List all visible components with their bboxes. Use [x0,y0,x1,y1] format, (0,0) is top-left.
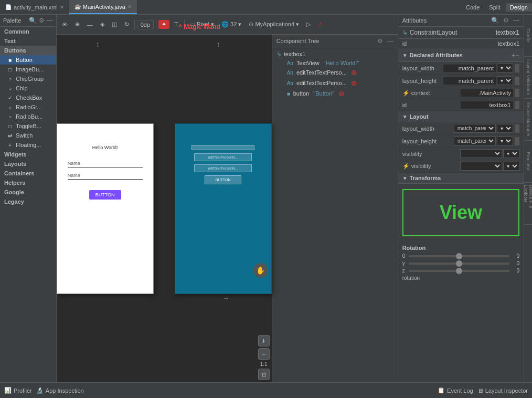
zoom-out-button[interactable]: − [258,348,270,360]
orient-button[interactable]: ↻ [121,20,132,29]
vtab-device-manager[interactable]: Device Manager [524,99,532,141]
palette-item-imagebtn[interactable]: □ ImageBu... [0,65,56,74]
palette-item-togglebtn[interactable]: □ ToggleB... [0,121,56,131]
layout-visibility2-select[interactable] [460,162,502,171]
category-containers[interactable]: Containers [0,169,56,178]
category-common[interactable]: Common [0,27,56,36]
eye-button[interactable]: 👁 [59,20,71,29]
declared-layout-width-input[interactable] [443,65,496,72]
baseline-button[interactable]: ⊤ [171,20,182,29]
magic-wand-button[interactable]: ✦ [158,20,169,29]
category-layouts[interactable]: Layouts [0,159,56,169]
palette-item-radiobtn[interactable]: ○ RadioBu... [0,112,56,121]
app-inspection-button[interactable]: 🔬 App Inspection [36,387,84,394]
warn-button[interactable]: ⚠ [315,20,326,29]
dp-input[interactable]: 0dp [137,20,154,29]
declared-minus-btn[interactable]: − [516,51,519,59]
layout-height-dropdown[interactable]: ▾ [497,137,513,145]
palette-item-button[interactable]: ■ Button [0,55,56,65]
phone-button[interactable]: BUTTON [89,190,121,200]
tree-item-button[interactable]: ■ button "Button" ⊗ [272,88,398,99]
palette-item-switch[interactable]: ⇄ Switch [0,131,56,140]
layout-visibility2-dropdown[interactable]: ▾ [503,162,519,171]
tree-item-edittext2[interactable]: Ab editTextTextPerso... ⊗ [272,78,398,88]
profiler-button[interactable]: 📊 Profiler [4,387,32,394]
tab-activity-main[interactable]: 📄 activity_main.xml ✕ [0,0,69,14]
code-tab[interactable]: Code [462,3,484,12]
palette-item-chipgroup[interactable]: ○ ChipGroup [0,74,56,83]
zoom-in-button[interactable]: + [258,335,270,347]
layout-height-select[interactable]: match_parent [454,137,496,145]
palette-minimize-icon[interactable]: — [47,17,53,24]
blueprint-toggle[interactable]: ◫ [109,20,120,29]
rotation-y-slider[interactable] [409,263,509,265]
tab-main-activity[interactable]: ☕ MainActivity.java ✕ [69,0,137,14]
rotation-x-slider[interactable] [409,255,509,257]
palette-item-fab-label: Floating... [16,142,41,148]
layout-visibility2-row: ⚡ visibility ▾ [398,160,524,173]
palette-item-checkbox[interactable]: ✓ CheckBox [0,93,56,102]
category-buttons[interactable]: Buttons [0,46,56,55]
rotation-z-slider[interactable] [409,270,509,272]
layout-visibility-row: visibility ▾ [398,148,524,160]
tab-close-xml[interactable]: ✕ [60,4,64,10]
app-selector[interactable]: ⊙ MyApplication4 ▾ [246,20,302,29]
attr-minimize-icon[interactable]: — [513,17,519,24]
vtab-layout-validation[interactable]: Layout Validation [524,57,532,99]
declared-attributes-section[interactable]: ▼ Declared Attributes + − [398,49,524,62]
fit-screen-button[interactable]: ⊡ [258,369,270,380]
attr-settings-icon[interactable]: ⚙ [503,17,509,24]
category-text[interactable]: Text [0,36,56,46]
declared-id-flag [515,101,519,109]
attr-search-icon[interactable]: 🔍 [491,17,499,24]
palette-item-fab[interactable]: + Floating... [0,140,56,150]
layout-width-select[interactable]: match_parent [454,124,496,133]
layout-visibility-value-group: ▾ [460,149,519,158]
palette-search-icon[interactable]: 🔍 [29,17,37,24]
api-selector[interactable]: 🌐 32 ▾ [218,20,244,29]
declared-layout-width-dropdown[interactable]: ▾ [497,64,513,72]
vtab-gradle[interactable]: Gradle [524,15,532,57]
layout-width-dropdown[interactable]: ▾ [497,124,513,133]
tree-minimize-icon[interactable]: — [387,37,393,45]
design-tab[interactable]: Design [506,3,532,12]
vtab-device-file-explorer[interactable]: Device File Explorer [524,183,532,225]
tree-item-textview[interactable]: Ab TextView "Hello World!" [272,59,398,67]
declared-layout-height-dropdown[interactable]: ▾ [497,76,513,85]
device-selector[interactable]: ▭ Pixel ▾ [187,20,217,29]
tree-edittext2-error: ⊗ [351,79,357,87]
category-widgets[interactable]: Widgets [0,150,56,159]
tree-button-label: button [293,90,310,97]
event-log-button[interactable]: 📋 Event Log [438,387,473,394]
palette-item-chip[interactable]: ○ Chip [0,83,56,93]
hand-cursor-button[interactable]: ✋ [253,263,268,278]
category-google[interactable]: Google [0,187,56,197]
layout-visibility-dropdown[interactable]: ▾ [503,149,519,158]
category-helpers[interactable]: Helpers [0,178,56,187]
zoom-ratio[interactable]: 1:1 [260,361,268,367]
tree-item-textbox1[interactable]: ↳ textbox1 [272,49,398,59]
split-tab[interactable]: Split [485,3,504,12]
layout-section[interactable]: ▼ Layout [398,111,524,122]
category-legacy[interactable]: Legacy [0,197,56,206]
palette-item-radiogr[interactable]: ○ RadioGr... [0,102,56,112]
palette-settings-icon[interactable]: ⚙ [39,17,45,24]
tree-button-value: "Button" [313,90,334,97]
vtab-emulator[interactable]: Emulator [524,141,532,183]
design-surface-button[interactable]: ◈ [97,20,108,29]
declared-layout-height-input[interactable] [443,77,496,85]
java-file-icon: ☕ [75,4,81,9]
layout-inspector-button[interactable]: 🖥 Layout Inspector [477,387,528,394]
more-button[interactable]: ▷ [303,20,314,29]
declared-context-input[interactable] [461,89,513,97]
magnet-button[interactable]: ⊕ [72,20,83,29]
tree-item-edittext1[interactable]: Ab editTextTextPerso... ⊗ [272,67,398,78]
layout-title: Layout [410,113,519,120]
tree-settings-icon[interactable]: ⚙ [377,37,383,45]
transforms-section[interactable]: ▼ Transforms [398,173,524,184]
minus-button[interactable]: — [84,20,96,29]
declared-id-input[interactable] [461,101,513,109]
declared-add-btn[interactable]: + [512,51,516,59]
tab-close-java[interactable]: ✕ [127,4,132,9]
layout-visibility-select[interactable] [460,149,502,158]
